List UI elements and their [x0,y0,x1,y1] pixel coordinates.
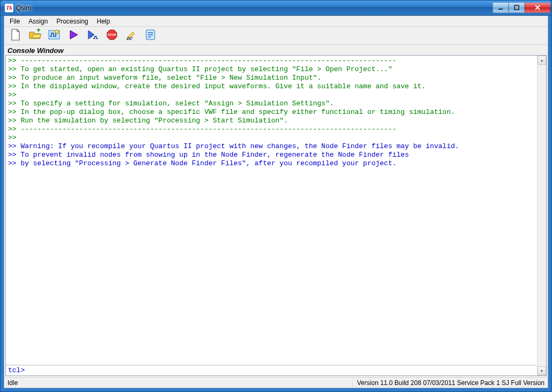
toolbar: STOP [4,27,548,45]
console-line: >> Run the simulation by selecting "Proc… [8,117,544,125]
console-line: >> by selecting "Processing > Generate N… [8,159,544,168]
run-step-button[interactable] [84,28,102,44]
console-box: >> -------------------------------------… [5,55,547,376]
open-folder-icon [28,28,42,43]
menu-assign[interactable]: Assign [24,17,52,26]
play-step-icon [86,28,100,43]
waveform-editor-button[interactable] [45,28,63,44]
svg-rect-1 [515,5,519,10]
console-line: >> In the displayed window, create the d… [8,82,544,91]
app-icon: Tk [5,4,13,12]
console-line: >> -------------------------------------… [8,125,544,134]
menu-file[interactable]: File [5,17,24,26]
status-left: Idle [4,378,353,388]
console-line: >> To produce an input waveform file, se… [8,74,544,82]
menu-help[interactable]: Help [93,17,115,26]
console-line: >> To specify a setting for simulation, … [8,99,544,108]
console-title: Console Window [5,46,547,55]
edit-button[interactable] [122,28,140,44]
minimize-button[interactable] [493,3,509,13]
scroll-up-icon[interactable]: ▴ [538,56,546,65]
console-output[interactable]: >> -------------------------------------… [6,56,546,365]
pencil-icon [124,28,138,43]
console-input-row: tcl> [6,366,546,375]
client-area: File Assign Processing Help [4,16,548,388]
new-file-icon [9,28,22,43]
play-icon [66,28,80,43]
app-window: Tk Qsim File Assign Processing Help [0,0,552,392]
console-line: >> To get started, open an existing Quar… [8,65,544,74]
window-controls [493,3,550,13]
stop-button[interactable]: STOP [103,28,121,44]
tcl-prompt: tcl> [8,366,25,374]
waveform-icon [47,28,61,43]
status-right: Version 11.0 Build 208 07/03/2011 Servic… [353,378,548,388]
window-title: Qsim [16,4,31,12]
console-line: >> Warning: If you recompile your Quartu… [8,142,544,151]
close-button[interactable] [525,3,550,13]
scroll-down-icon[interactable]: ▾ [538,366,546,375]
menubar: File Assign Processing Help [4,16,548,27]
svg-text:STOP: STOP [108,33,116,36]
console-line: >> In the pop-up dialog box, choose a sp… [8,108,544,117]
console-line: >> [8,91,544,99]
vertical-scrollbar[interactable]: ▴ ▾ [537,56,546,375]
open-file-button[interactable] [26,28,44,44]
console-line: >> [8,134,544,142]
report-icon [143,28,157,43]
statusbar: Idle Version 11.0 Build 208 07/03/2011 S… [4,377,548,388]
new-file-button[interactable] [6,28,25,44]
report-button[interactable] [141,28,160,44]
stop-icon: STOP [105,28,119,43]
tcl-input[interactable] [25,366,544,374]
svg-rect-0 [498,9,503,10]
run-button[interactable] [64,28,82,44]
console-panel: Console Window >> ----------------------… [4,45,548,377]
titlebar[interactable]: Tk Qsim [1,1,551,16]
console-line: >> -------------------------------------… [8,57,544,65]
menu-processing[interactable]: Processing [52,17,92,26]
console-line: >> To prevent invalid nodes from showing… [8,151,544,159]
maximize-button[interactable] [509,3,525,13]
client-wrap: File Assign Processing Help [1,16,551,391]
